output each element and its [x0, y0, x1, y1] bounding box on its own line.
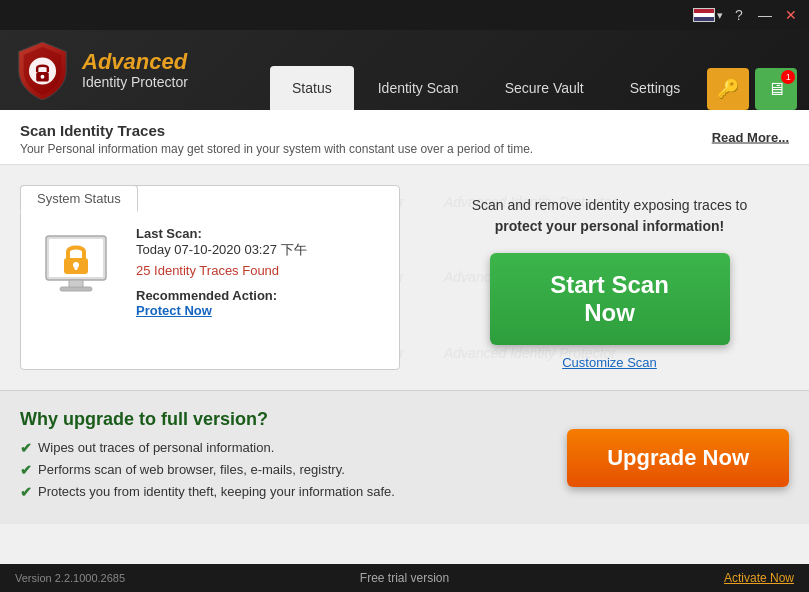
- info-bar-title: Scan Identity Traces: [20, 122, 789, 139]
- help-button[interactable]: ?: [729, 5, 749, 25]
- svg-rect-6: [60, 287, 92, 291]
- last-scan-date: Today 07-10-2020 03:27 下午: [136, 241, 384, 259]
- main-content: Advanced Identity Protector Advanced Ide…: [0, 110, 809, 564]
- protect-now-link[interactable]: Protect Now: [136, 303, 384, 318]
- upgrade-item-2: ✔ Performs scan of web browser, files, e…: [20, 462, 537, 478]
- svg-point-2: [41, 75, 45, 79]
- tab-settings[interactable]: Settings: [608, 66, 703, 110]
- upgrade-item-3: ✔ Protects you from identity theft, keep…: [20, 484, 537, 500]
- app-title: Advanced Identity Protector: [82, 50, 188, 91]
- recommended-label: Recommended Action:: [136, 288, 384, 303]
- upgrade-section: Why upgrade to full version? ✔ Wipes out…: [0, 390, 809, 524]
- computer-lock-icon: [36, 226, 116, 306]
- nav-tabs: Status Identity Scan Secure Vault Settin…: [270, 30, 809, 110]
- upgrade-item-2-text: Performs scan of web browser, files, e-m…: [38, 462, 345, 477]
- app-title-sub: Identity Protector: [82, 74, 188, 91]
- status-bar: Version 2.2.1000.2685 Free trial version…: [0, 564, 809, 592]
- minimize-button[interactable]: —: [755, 5, 775, 25]
- tab-status[interactable]: Status: [270, 66, 354, 110]
- scan-desc-line2: protect your personal information!: [495, 218, 724, 234]
- system-status-tab-label: System Status: [20, 185, 138, 212]
- upgrade-title: Why upgrade to full version?: [20, 409, 537, 430]
- check-icon-1: ✔: [20, 440, 32, 456]
- title-bar: ▾ ? — ✕: [0, 0, 809, 30]
- read-more-link[interactable]: Read More...: [712, 130, 789, 145]
- check-icon-2: ✔: [20, 462, 32, 478]
- system-status-card: System Status: [20, 185, 400, 370]
- screen-icon-button[interactable]: 🖥 1: [755, 68, 797, 110]
- tab-secure-vault[interactable]: Secure Vault: [483, 66, 606, 110]
- key-icon-button[interactable]: 🔑: [707, 68, 749, 110]
- status-section: System Status: [0, 165, 809, 390]
- tab-identity-scan[interactable]: Identity Scan: [356, 66, 481, 110]
- key-icon: 🔑: [717, 78, 739, 100]
- upgrade-item-1: ✔ Wipes out traces of personal informati…: [20, 440, 537, 456]
- check-icon-3: ✔: [20, 484, 32, 500]
- start-scan-button[interactable]: Start Scan Now: [490, 253, 730, 345]
- flag-area: ▾: [693, 8, 723, 22]
- status-info: Last Scan: Today 07-10-2020 03:27 下午 25 …: [136, 226, 384, 318]
- scan-area: Scan and remove identity exposing traces…: [430, 185, 789, 370]
- app-title-advanced: Advanced: [82, 50, 188, 74]
- app-header: Advanced Identity Protector Status Ident…: [0, 30, 809, 110]
- flag-dropdown[interactable]: ▾: [717, 9, 723, 22]
- info-bar-desc: Your Personal information may get stored…: [20, 142, 789, 156]
- info-bar: Scan Identity Traces Your Personal infor…: [0, 110, 809, 165]
- svg-rect-9: [75, 265, 78, 270]
- trial-text: Free trial version: [360, 571, 449, 585]
- close-button[interactable]: ✕: [781, 5, 801, 25]
- version-text: Version 2.2.1000.2685: [15, 572, 125, 584]
- logo-shield-icon: [15, 40, 70, 100]
- upgrade-now-button[interactable]: Upgrade Now: [567, 429, 789, 487]
- screen-badge: 1: [781, 70, 795, 84]
- logo-area: Advanced Identity Protector: [0, 40, 270, 100]
- customize-scan-link[interactable]: Customize Scan: [562, 355, 657, 370]
- upgrade-item-1-text: Wipes out traces of personal information…: [38, 440, 274, 455]
- upgrade-list: ✔ Wipes out traces of personal informati…: [20, 440, 537, 500]
- traces-found: 25 Identity Traces Found: [136, 263, 384, 278]
- upgrade-left: Why upgrade to full version? ✔ Wipes out…: [20, 409, 537, 506]
- activate-now-link[interactable]: Activate Now: [724, 571, 794, 585]
- scan-description: Scan and remove identity exposing traces…: [472, 195, 748, 237]
- last-scan-label: Last Scan:: [136, 226, 384, 241]
- scan-desc-line1: Scan and remove identity exposing traces…: [472, 197, 748, 213]
- upgrade-item-3-text: Protects you from identity theft, keepin…: [38, 484, 395, 499]
- flag-icon: [693, 8, 715, 22]
